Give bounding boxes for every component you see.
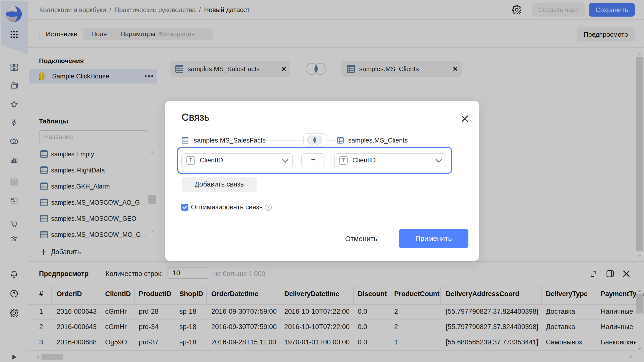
svg-text:?: ? — [267, 205, 270, 210]
